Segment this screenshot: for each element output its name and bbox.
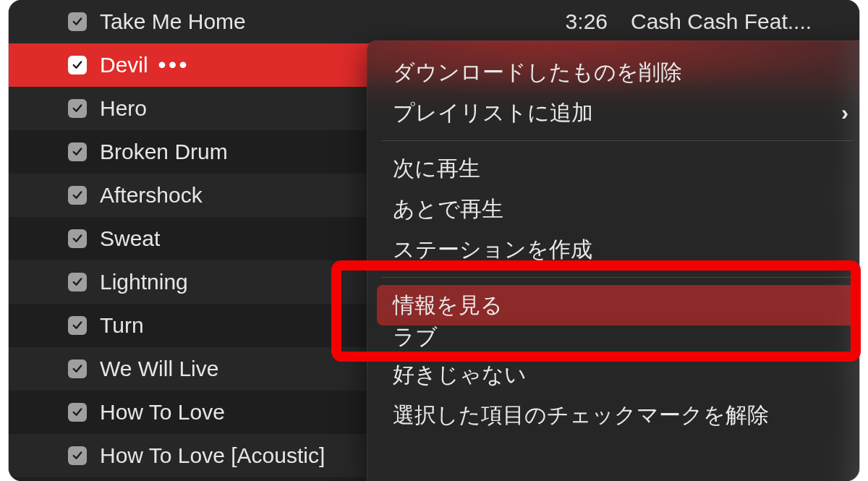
track-title: Sweat — [100, 226, 160, 251]
track-title: We Will Live — [100, 357, 218, 381]
checkbox-icon[interactable] — [68, 12, 87, 31]
menu-label: あとで再生 — [393, 195, 503, 224]
menu-label: プレイリストに追加 — [393, 98, 593, 128]
track-title: How To Love — [100, 400, 225, 425]
menu-play-next[interactable]: 次に再生 — [367, 148, 859, 189]
menu-uncheck-selection[interactable]: 選択した項目のチェックマークを解除 — [367, 395, 859, 435]
menu-label: 情報を見る — [393, 291, 503, 320]
checkbox-icon[interactable] — [68, 403, 87, 422]
menu-get-info[interactable]: 情報を見る — [377, 285, 857, 325]
checkbox-icon[interactable] — [68, 56, 87, 75]
checkbox-icon[interactable] — [68, 359, 87, 378]
menu-label: ラブ — [393, 323, 438, 352]
menu-create-station[interactable]: ステーションを作成 — [367, 229, 859, 270]
track-title: Lightning — [100, 270, 188, 294]
track-title: Aftershock — [100, 183, 203, 208]
menu-label: ステーションを作成 — [393, 235, 592, 265]
menu-dislike[interactable]: 好きじゃない — [367, 354, 859, 395]
menu-play-later[interactable]: あとで再生 — [367, 189, 859, 229]
track-artist: Cash Cash Feat.... — [631, 9, 851, 34]
context-menu: ダウンロードしたものを削除 プレイリストに追加 › 次に再生 あとで再生 ステー… — [367, 41, 859, 481]
menu-delete-download[interactable]: ダウンロードしたものを削除 — [367, 52, 859, 93]
menu-separator — [381, 277, 853, 278]
track-title: Broken Drum — [100, 140, 228, 164]
track-title: Take Me Home — [100, 9, 246, 34]
checkbox-icon[interactable] — [68, 273, 87, 291]
track-title: How To Love [Acoustic] — [100, 443, 325, 468]
checkbox-icon[interactable] — [68, 316, 87, 335]
track-title: Devil — [100, 53, 148, 77]
track-title: Hero — [100, 96, 147, 121]
menu-love-clipped[interactable]: ラブ — [367, 325, 859, 354]
more-icon[interactable]: ••• — [158, 53, 190, 77]
track-duration: 3:26 — [566, 9, 608, 34]
menu-label: 選択した項目のチェックマークを解除 — [393, 401, 769, 430]
checkbox-icon[interactable] — [68, 142, 87, 161]
menu-add-to-playlist[interactable]: プレイリストに追加 › — [367, 93, 859, 133]
menu-label: 次に再生 — [393, 154, 480, 184]
checkbox-icon[interactable] — [68, 186, 87, 205]
music-app-window: Take Me Home 3:26 Cash Cash Feat.... Dev… — [9, 0, 859, 481]
checkbox-icon[interactable] — [68, 99, 87, 118]
menu-separator — [381, 140, 853, 141]
menu-label: ダウンロードしたものを削除 — [393, 58, 682, 88]
track-title: Turn — [100, 313, 144, 338]
chevron-right-icon: › — [841, 101, 848, 125]
track-row[interactable]: Take Me Home 3:26 Cash Cash Feat.... — [9, 0, 859, 43]
checkbox-icon[interactable] — [68, 229, 87, 248]
checkbox-icon[interactable] — [68, 446, 87, 465]
menu-label: 好きじゃない — [393, 360, 527, 390]
